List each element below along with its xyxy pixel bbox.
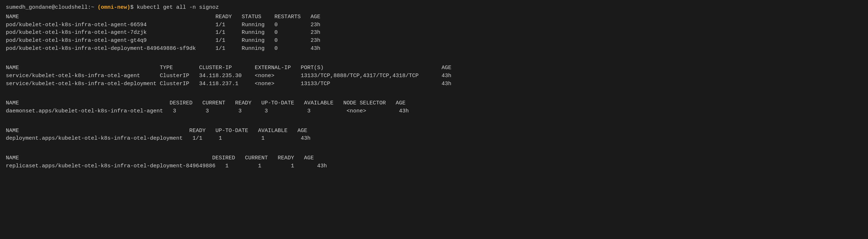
services-section: NAME TYPE CLUSTER-IP EXTERNAL-IP PORT(S)… xyxy=(6,64,862,88)
pods-section: NAME READY STATUS RESTARTS AGE pod/kubel… xyxy=(6,13,862,53)
pod-row-3: pod/kubelet-otel-k8s-infra-otel-agent-gt… xyxy=(6,37,862,45)
daemonset-row-1: daemonset.apps/kubelet-otel-k8s-infra-ot… xyxy=(6,107,862,115)
terminal: sumedh_gondane@cloudshell:~ (omni-new)$ … xyxy=(6,4,862,170)
pod-row-2: pod/kubelet-otel-k8s-infra-otel-agent-7d… xyxy=(6,29,862,37)
prompt-line: sumedh_gondane@cloudshell:~ (omni-new)$ … xyxy=(6,4,862,12)
replicaset-row-1: replicaset.apps/kubelet-otel-k8s-infra-o… xyxy=(6,162,862,170)
blank-4 xyxy=(6,146,862,154)
pod-row-1: pod/kubelet-otel-k8s-infra-otel-agent-66… xyxy=(6,21,862,29)
replicasets-header: NAME DESIRED CURRENT READY AGE xyxy=(6,154,862,162)
service-row-1: service/kubelet-otel-k8s-infra-otel-agen… xyxy=(6,72,862,80)
pod-row-4: pod/kubelet-otel-k8s-infra-otel-deployme… xyxy=(6,45,862,53)
daemonsets-section: NAME DESIRED CURRENT READY UP-TO-DATE AV… xyxy=(6,99,862,115)
daemonsets-header: NAME DESIRED CURRENT READY UP-TO-DATE AV… xyxy=(6,99,862,107)
prompt-user: sumedh_gondane@cloudshell xyxy=(6,4,88,11)
prompt-location: :~ xyxy=(88,4,98,11)
blank-3 xyxy=(6,119,862,127)
deployments-section: NAME READY UP-TO-DATE AVAILABLE AGE depl… xyxy=(6,127,862,143)
blank-1 xyxy=(6,56,862,64)
replicasets-section: NAME DESIRED CURRENT READY AGE replicase… xyxy=(6,154,862,170)
blank-2 xyxy=(6,92,862,100)
service-row-2: service/kubelet-otel-k8s-infra-otel-depl… xyxy=(6,80,862,88)
services-header: NAME TYPE CLUSTER-IP EXTERNAL-IP PORT(S)… xyxy=(6,64,862,72)
prompt-context: (omni-new) xyxy=(98,4,130,11)
deployments-header: NAME READY UP-TO-DATE AVAILABLE AGE xyxy=(6,127,862,135)
prompt-dollar: $ xyxy=(130,4,137,11)
pods-header: NAME READY STATUS RESTARTS AGE xyxy=(6,13,862,21)
prompt-command: kubectl get all -n signoz xyxy=(137,4,219,11)
deployment-row-1: deployment.apps/kubelet-otel-k8s-infra-o… xyxy=(6,135,862,143)
